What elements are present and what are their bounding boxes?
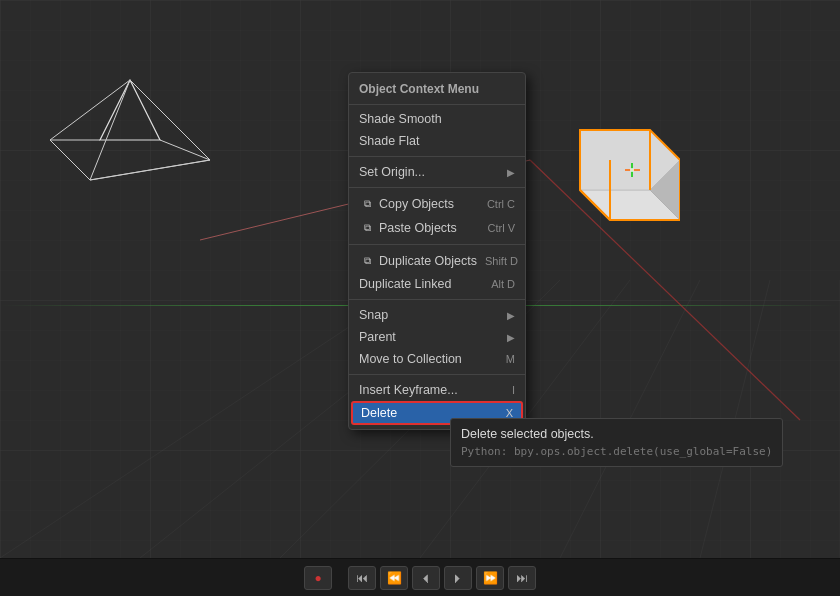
menu-item-shade-smooth[interactable]: Shade Smooth [349, 108, 525, 130]
menu-item-shade-flat[interactable]: Shade Flat [349, 130, 525, 152]
play-button[interactable]: ⏵ [444, 566, 472, 590]
svg-marker-24 [100, 80, 160, 140]
paste-objects-label: Paste Objects [379, 221, 457, 235]
paste-shortcut: Ctrl V [488, 222, 516, 234]
parent-label: Parent [359, 330, 396, 344]
tooltip-main-text: Delete selected objects. [461, 427, 772, 441]
separator-2 [349, 187, 525, 188]
insert-keyframe-shortcut: I [512, 384, 515, 396]
menu-item-snap[interactable]: Snap ▶ [349, 304, 525, 326]
duplicate-linked-shortcut: Alt D [491, 278, 515, 290]
delete-label: Delete [361, 406, 397, 420]
svg-line-27 [160, 140, 210, 160]
duplicate-objects-label: Duplicate Objects [379, 254, 477, 268]
copy-objects-label: Copy Objects [379, 197, 454, 211]
jump-to-start-button[interactable]: ⏮ [348, 566, 376, 590]
svg-line-30 [90, 160, 210, 180]
shade-smooth-label: Shade Smooth [359, 112, 442, 126]
shade-flat-label: Shade Flat [359, 134, 419, 148]
menu-item-copy-objects[interactable]: ⧉ Copy Objects Ctrl C [349, 192, 525, 216]
duplicate-linked-label: Duplicate Linked [359, 277, 451, 291]
context-menu[interactable]: Object Context Menu Shade Smooth Shade F… [348, 72, 526, 430]
delete-tooltip: Delete selected objects. Python: bpy.ops… [450, 418, 783, 467]
step-forward-button[interactable]: ⏩ [476, 566, 504, 590]
tooltip-python-text: Python: bpy.ops.object.delete(use_global… [461, 445, 772, 458]
duplicate-shortcut: Shift D [485, 255, 518, 267]
duplicate-icon: ⧉ [359, 253, 375, 269]
menu-title: Object Context Menu [349, 77, 525, 105]
svg-marker-25 [50, 80, 210, 180]
separator-5 [349, 374, 525, 375]
copy-shortcut: Ctrl C [487, 198, 515, 210]
record-button[interactable]: ● [304, 566, 332, 590]
menu-item-insert-keyframe[interactable]: Insert Keyframe... I [349, 379, 525, 401]
menu-item-set-origin[interactable]: Set Origin... ▶ [349, 161, 525, 183]
3d-viewport[interactable]: Object Context Menu Shade Smooth Shade F… [0, 0, 840, 558]
snap-arrow: ▶ [507, 310, 515, 321]
wireframe-object[interactable] [30, 70, 230, 230]
separator-3 [349, 244, 525, 245]
copy-icon: ⧉ [359, 196, 375, 212]
selected-cube[interactable] [540, 120, 680, 250]
menu-item-move-to-collection[interactable]: Move to Collection M [349, 348, 525, 370]
set-origin-arrow: ▶ [507, 167, 515, 178]
parent-arrow: ▶ [507, 332, 515, 343]
move-to-collection-label: Move to Collection [359, 352, 462, 366]
svg-line-29 [50, 140, 90, 180]
snap-label: Snap [359, 308, 388, 322]
menu-item-duplicate-linked[interactable]: Duplicate Linked Alt D [349, 273, 525, 295]
menu-item-duplicate-objects[interactable]: ⧉ Duplicate Objects Shift D [349, 249, 525, 273]
jump-to-end-button[interactable]: ⏭ [508, 566, 536, 590]
separator-1 [349, 156, 525, 157]
play-reverse-button[interactable]: ⏴ [412, 566, 440, 590]
set-origin-label: Set Origin... [359, 165, 425, 179]
step-back-button[interactable]: ⏪ [380, 566, 408, 590]
paste-icon: ⧉ [359, 220, 375, 236]
insert-keyframe-label: Insert Keyframe... [359, 383, 458, 397]
bottom-toolbar: ● ⏮ ⏪ ⏴ ⏵ ⏩ ⏭ [0, 558, 840, 596]
svg-point-23 [630, 168, 634, 172]
menu-item-paste-objects[interactable]: ⧉ Paste Objects Ctrl V [349, 216, 525, 240]
move-to-collection-shortcut: M [506, 353, 515, 365]
menu-item-parent[interactable]: Parent ▶ [349, 326, 525, 348]
separator-4 [349, 299, 525, 300]
